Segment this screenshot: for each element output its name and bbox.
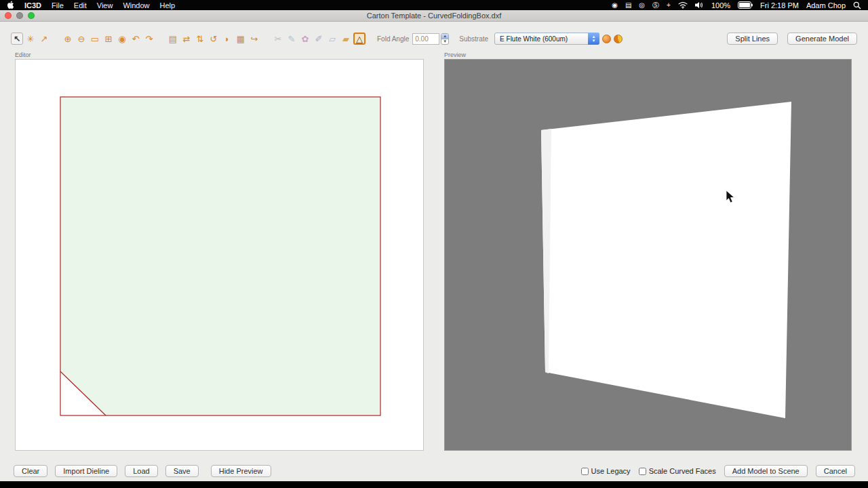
preview-viewport[interactable] — [444, 59, 852, 451]
substrate-value: E Flute White (600um) — [500, 35, 568, 43]
clear-button[interactable]: Clear — [14, 465, 47, 477]
battery-icon[interactable] — [738, 1, 753, 9]
display-icon[interactable]: ▤ — [625, 2, 631, 9]
transform-tool[interactable]: ✳ — [24, 33, 37, 45]
menu-edit[interactable]: Edit — [74, 1, 87, 9]
window-title: Carton Template - CurvedFoldingBox.dxf — [0, 12, 868, 20]
flip-vertical-tool[interactable]: ⇅ — [194, 33, 206, 45]
menu-user[interactable]: Adam Chop — [806, 2, 846, 9]
toolbar: ↖ ✳ ↗ ⊕ ⊖ ▭ ⊞ ◉ ↶ ↷ ▤ ⇄ ⇅ ↺ ◗ ▦ ↪ ✂ ✎ ✿ … — [11, 30, 857, 47]
brush-tool: ✐ — [313, 33, 325, 45]
curved-fold-tool[interactable]: △ — [353, 33, 366, 45]
apple-menu-icon[interactable] — [7, 1, 14, 9]
fold-tool: ▰ — [340, 33, 352, 45]
substrate-color-icon[interactable] — [602, 35, 611, 43]
flower-tool: ✿ — [299, 33, 311, 45]
menu-view[interactable]: View — [97, 1, 113, 9]
hide-preview-button[interactable]: Hide Preview — [211, 465, 271, 477]
hatch-tool[interactable]: ▦ — [235, 33, 247, 45]
eraser-tool: ▱ — [326, 33, 338, 45]
undo-tool[interactable]: ↶ — [130, 33, 142, 45]
use-legacy-checkbox[interactable] — [581, 468, 589, 475]
substrate-material-icon[interactable] — [614, 35, 623, 43]
pan-tool[interactable]: ↗ — [38, 33, 50, 45]
battery-percent-label: 100% — [711, 2, 730, 9]
generate-model-button[interactable]: Generate Model — [787, 33, 857, 45]
screen-record-icon[interactable]: ◉ — [612, 2, 618, 9]
paste-tool[interactable]: ▤ — [167, 33, 179, 45]
measure-tool[interactable]: ⊞ — [102, 33, 115, 45]
cut-tool: ✂ — [272, 33, 284, 45]
spotlight-search-icon[interactable] — [853, 1, 861, 9]
rotate-tool[interactable]: ↺ — [208, 33, 220, 45]
fold-angle-label: Fold Angle — [377, 35, 409, 43]
zoom-in-tool[interactable]: ⊕ — [62, 33, 74, 45]
wifi-icon[interactable] — [678, 2, 688, 9]
split-lines-button[interactable]: Split Lines — [727, 33, 778, 45]
model-3d-view — [445, 60, 851, 450]
scale-curved-faces-checkbox-group: Scale Curved Faces — [639, 467, 716, 475]
scale-curved-faces-checkbox[interactable] — [639, 468, 646, 475]
import-dieline-button[interactable]: Import Dieline — [55, 465, 117, 477]
dieline-drawing — [16, 60, 423, 450]
editor-canvas[interactable] — [15, 59, 424, 451]
editor-panel-label: Editor — [15, 52, 31, 58]
menu-help[interactable]: Help — [160, 1, 176, 9]
network-icon[interactable]: ◎ — [639, 2, 645, 9]
redo-tool[interactable]: ↷ — [143, 33, 155, 45]
volume-icon[interactable] — [695, 1, 704, 9]
ellipse-tool[interactable]: ◗ — [221, 33, 233, 45]
use-legacy-label: Use Legacy — [591, 467, 631, 475]
flip-horizontal-tool[interactable]: ⇄ — [180, 33, 193, 45]
add-model-to-scene-button[interactable]: Add Model to Scene — [724, 465, 808, 477]
bottom-black-strip — [0, 481, 868, 488]
footer-left: Clear Import Dieline Load Save Hide Prev… — [14, 465, 271, 477]
curve-tool[interactable]: ↪ — [248, 33, 260, 45]
accessibility-icon[interactable]: + — [667, 2, 671, 9]
skype-icon[interactable]: Ⓢ — [652, 2, 659, 9]
menu-window[interactable]: Window — [123, 1, 149, 9]
fold-angle-stepper[interactable]: ▲▼ — [441, 33, 449, 45]
menu-file[interactable]: File — [52, 1, 64, 9]
load-button[interactable]: Load — [125, 465, 157, 477]
window-title-bar: Carton Template - CurvedFoldingBox.dxf — [0, 10, 868, 22]
save-button[interactable]: Save — [165, 465, 199, 477]
preview-panel-label: Preview — [444, 52, 466, 58]
cancel-button[interactable]: Cancel — [816, 465, 855, 477]
substrate-label: Substrate — [459, 35, 488, 43]
use-legacy-checkbox-group: Use Legacy — [581, 467, 631, 475]
zoom-out-tool[interactable]: ⊖ — [75, 33, 87, 45]
menu-bar: IC3D File Edit View Window Help ◉ ▤ ◎ Ⓢ … — [0, 0, 868, 10]
scale-curved-faces-label: Scale Curved Faces — [649, 467, 716, 475]
fold-angle-input[interactable] — [412, 33, 439, 45]
pencil-tool: ✎ — [285, 33, 298, 45]
app-menu[interactable]: IC3D — [24, 1, 41, 9]
select-tool[interactable]: ↖ — [11, 33, 23, 45]
fill-tool[interactable]: ◉ — [116, 33, 128, 45]
footer-right: Use Legacy Scale Curved Faces Add Model … — [581, 465, 855, 477]
zoom-area-tool[interactable]: ▭ — [89, 33, 101, 45]
menu-clock[interactable]: Fri 2:18 PM — [760, 2, 799, 9]
dropdown-arrows-icon: ▲▼ — [588, 33, 599, 45]
substrate-dropdown[interactable]: E Flute White (600um) ▲▼ — [494, 33, 599, 45]
